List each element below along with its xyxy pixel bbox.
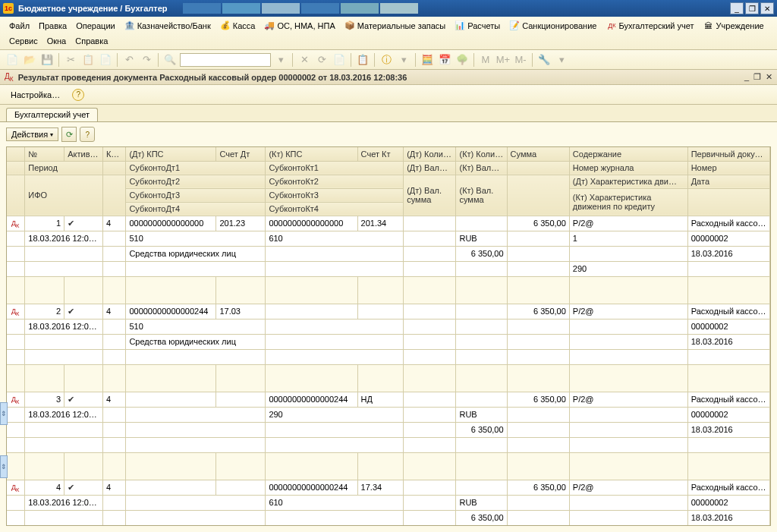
cell[interactable] xyxy=(266,246,404,261)
cell[interactable] xyxy=(126,276,216,304)
cell[interactable] xyxy=(216,392,266,407)
cell[interactable] xyxy=(25,452,64,480)
cell[interactable] xyxy=(687,452,769,480)
cell[interactable] xyxy=(507,510,569,525)
cell[interactable] xyxy=(404,495,456,510)
col-header[interactable]: Дата xyxy=(687,175,769,188)
copy-icon[interactable]: 📋 xyxy=(80,52,96,68)
menu-operations[interactable]: Операции xyxy=(71,20,119,32)
cell[interactable] xyxy=(569,246,687,261)
cell[interactable] xyxy=(103,231,126,246)
table-row[interactable]: 6 350,0018.03.2016 xyxy=(7,422,770,437)
cell[interactable] xyxy=(507,231,569,246)
cell[interactable] xyxy=(103,364,126,392)
cell[interactable]: 6 350,00 xyxy=(507,216,569,231)
mminus-icon[interactable]: M- xyxy=(513,52,528,68)
menu-file[interactable]: Файл xyxy=(5,20,34,32)
refresh-grid-button[interactable]: ⟳ xyxy=(61,127,77,142)
cell[interactable]: 18.03.2016 12:0… xyxy=(25,495,103,510)
cell[interactable] xyxy=(404,216,456,231)
undo-icon[interactable]: ↶ xyxy=(121,52,137,68)
search-next-icon[interactable]: ▾ xyxy=(273,52,288,68)
save-icon[interactable]: 💾 xyxy=(39,52,55,68)
cell[interactable]: Расходный кассов… xyxy=(687,480,769,495)
col-header[interactable]: КФО xyxy=(103,147,126,161)
col-header[interactable]: Первичный докуме… xyxy=(687,147,769,161)
cell[interactable] xyxy=(266,422,404,437)
menu-materials[interactable]: 📦Материальные запасы xyxy=(340,19,451,33)
cell[interactable] xyxy=(569,319,687,334)
cell[interactable] xyxy=(126,392,216,407)
cell[interactable] xyxy=(507,407,569,422)
cell[interactable] xyxy=(357,304,404,319)
cell[interactable] xyxy=(216,276,266,304)
cell[interactable] xyxy=(507,495,569,510)
col-header[interactable] xyxy=(7,147,25,161)
cell[interactable]: 6 350,00 xyxy=(507,304,569,319)
cell[interactable] xyxy=(126,480,216,495)
grid-help-button[interactable]: ? xyxy=(80,127,95,142)
cell[interactable]: 1 xyxy=(569,231,687,246)
table-row[interactable] xyxy=(7,349,770,364)
cell[interactable] xyxy=(103,495,126,510)
search-input[interactable] xyxy=(180,53,271,67)
cell[interactable]: 290 xyxy=(266,407,404,422)
table-row[interactable] xyxy=(7,437,770,452)
cell[interactable]: 18.03.2016 xyxy=(687,334,769,349)
cell[interactable] xyxy=(103,452,126,480)
cell[interactable] xyxy=(456,349,507,364)
cell[interactable] xyxy=(404,246,456,261)
cell[interactable] xyxy=(569,364,687,392)
table-row[interactable]: ДК2✔40000000000000024417.036 350,00Р/2@Р… xyxy=(7,304,770,319)
cell[interactable] xyxy=(7,261,25,276)
col-header[interactable]: (Дт) КПС xyxy=(126,147,216,161)
table-row[interactable] xyxy=(7,525,770,526)
col-header[interactable]: (Дт) Коли… xyxy=(404,147,456,161)
col-header[interactable] xyxy=(7,161,25,175)
cell[interactable] xyxy=(404,334,456,349)
table-row[interactable]: Средства юридических лиц6 350,0018.03.20… xyxy=(7,246,770,261)
search-icon[interactable]: 🔍 xyxy=(162,52,178,68)
col-header[interactable]: Счет Кт xyxy=(357,147,404,161)
menu-service[interactable]: Сервис xyxy=(5,35,42,47)
table-row[interactable]: ДК4✔40000000000000024417.346 350,00Р/2@Р… xyxy=(7,480,770,495)
col-header[interactable]: (Дт) Вал. сумма xyxy=(404,175,456,216)
doc-icon[interactable]: 📄 xyxy=(332,52,347,68)
actions-menu[interactable]: Действия▾ xyxy=(6,127,58,141)
cell[interactable]: ✔ xyxy=(64,480,103,495)
cell[interactable] xyxy=(507,422,569,437)
cell[interactable] xyxy=(103,276,126,304)
cell[interactable] xyxy=(507,349,569,364)
col-header[interactable] xyxy=(103,175,126,216)
cell[interactable] xyxy=(404,510,456,525)
cell[interactable] xyxy=(7,319,25,334)
cell[interactable] xyxy=(266,349,404,364)
cell[interactable] xyxy=(404,349,456,364)
cell[interactable] xyxy=(569,510,687,525)
cell[interactable]: Средства юридических лиц xyxy=(126,334,266,349)
col-header[interactable]: Номер xyxy=(687,161,769,175)
cell[interactable] xyxy=(126,510,266,525)
cell[interactable] xyxy=(266,261,404,276)
cell[interactable] xyxy=(507,246,569,261)
col-header[interactable]: СубконтоДт4 xyxy=(126,202,266,216)
new-icon[interactable]: 📄 xyxy=(5,52,20,68)
cell[interactable] xyxy=(126,407,266,422)
cell[interactable] xyxy=(25,422,103,437)
cell[interactable]: 00000000000000244 xyxy=(266,480,357,495)
cell[interactable] xyxy=(687,364,769,392)
cell[interactable] xyxy=(266,364,357,392)
cell[interactable] xyxy=(7,495,25,510)
cell[interactable]: RUB xyxy=(456,231,507,246)
cell[interactable]: 00000000000000244 xyxy=(266,392,357,407)
cell[interactable] xyxy=(7,452,25,480)
cell[interactable] xyxy=(25,334,103,349)
cell[interactable]: 1 xyxy=(25,216,64,231)
cell[interactable] xyxy=(404,525,456,526)
cell[interactable] xyxy=(25,261,103,276)
col-header[interactable]: СубконтоКт3 xyxy=(266,188,404,202)
col-header[interactable]: (Кт) Характеристика движения по кредиту xyxy=(569,188,687,216)
close-button[interactable]: ✕ xyxy=(760,2,774,14)
cell[interactable] xyxy=(25,510,103,525)
col-header[interactable]: ИФО xyxy=(25,175,103,216)
